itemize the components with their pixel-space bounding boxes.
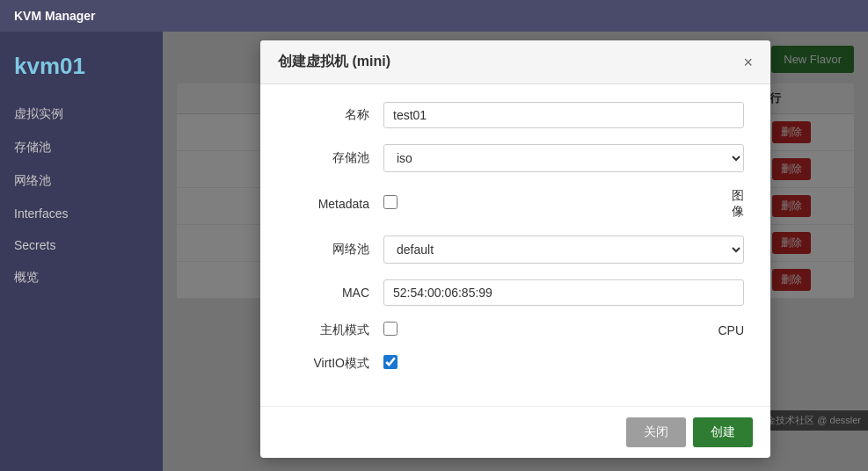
storage-select[interactable]: iso default images [383,144,744,172]
modal-body: 名称 存储池 iso default images [260,84,770,406]
modal-submit-button[interactable]: 创建 [693,417,753,447]
host-mode-field [383,322,700,339]
network-label: 网络池 [287,242,383,257]
metadata-field [383,195,714,213]
top-bar: KVM Manager [0,0,868,32]
modal-overlay: 创建虚拟机 (mini) × 名称 存储池 [163,32,868,471]
storage-label: 存储池 [287,150,383,166]
host-mode-checkbox[interactable] [383,322,398,336]
storage-field: iso default images [383,144,744,172]
sidebar-item-interfaces[interactable]: Interfaces [0,198,163,229]
name-label: 名称 [287,107,383,123]
sidebar-item-network[interactable]: 网络池 [0,164,163,198]
form-row-network: 网络池 default bridge nat [287,236,744,264]
virtio-checkbox[interactable] [383,355,398,369]
form-row-host-mode: 主机模式 CPU [287,322,744,339]
mac-input[interactable] [383,279,744,306]
sidebar-item-instances[interactable]: 虚拟实例 [0,98,163,131]
mac-field [383,279,744,306]
content-area: New Instance New Flavor 执行 创建 删除 [163,32,868,471]
metadata-checkbox[interactable] [383,195,398,209]
form-row-virtio: VirtIO模式 [287,355,744,373]
form-row-storage: 存储池 iso default images [287,144,744,172]
network-field: default bridge nat [383,236,744,264]
modal-close-button[interactable]: × [743,54,753,70]
sidebar-item-storage[interactable]: 存储池 [0,131,163,164]
virtio-label: VirtIO模式 [287,356,383,372]
sidebar-item-overview[interactable]: 概览 [0,261,163,294]
form-row-name: 名称 [287,102,744,128]
network-select[interactable]: default bridge nat [383,236,744,264]
form-row-metadata: Metadata 图 像 [287,188,744,220]
modal-footer: 关闭 创建 [260,406,770,458]
metadata-label: Metadata [287,197,383,211]
modal-header: 创建虚拟机 (mini) × [260,40,770,84]
host-mode-right-label: CPU [718,323,744,337]
mac-label: MAC [287,286,383,300]
form-row-mac: MAC [287,279,744,306]
virtio-field [383,355,744,373]
name-input[interactable] [383,102,744,128]
sidebar-item-secrets[interactable]: Secrets [0,229,163,261]
name-field [383,102,744,128]
sidebar: kvm01 虚拟实例 存储池 网络池 Interfaces Secrets 概览 [0,32,163,471]
host-mode-label: 主机模式 [287,322,383,338]
app-logo: KVM Manager [14,9,96,23]
modal-close-action-button[interactable]: 关闭 [626,417,686,447]
modal-title: 创建虚拟机 (mini) [278,53,390,71]
sidebar-title: kvm01 [0,46,163,98]
main-layout: kvm01 虚拟实例 存储池 网络池 Interfaces Secrets 概览… [0,32,868,471]
create-vm-modal: 创建虚拟机 (mini) × 名称 存储池 [260,40,770,458]
metadata-right-label: 图 像 [732,188,744,220]
